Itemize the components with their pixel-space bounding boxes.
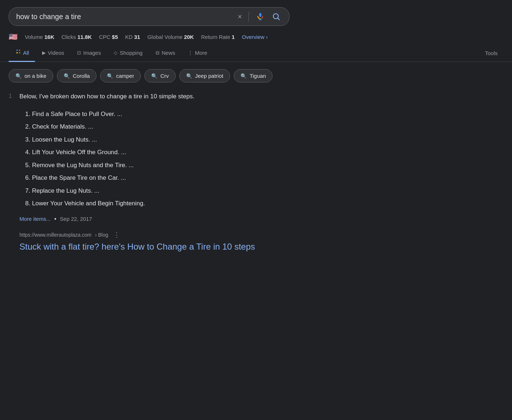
tab-videos[interactable]: ▶ Videos <box>36 45 70 61</box>
tab-all[interactable]: All <box>9 45 35 62</box>
tab-videos-label: Videos <box>48 50 64 56</box>
all-tab-icon <box>14 49 21 57</box>
chip-jeep[interactable]: 🔍 Jeep patriot <box>179 69 230 82</box>
svg-line-2 <box>278 18 280 20</box>
list-item: 2. Check for Materials. ... <box>25 120 315 133</box>
related-searches: 🔍 on a bike 🔍 Corolla 🔍 camper 🔍 Crv 🔍 J… <box>0 62 512 88</box>
return-rate-stat: Return Rate 1 <box>201 34 234 40</box>
chip-jeep-label: Jeep patriot <box>195 73 223 79</box>
result-container: 1 Below, I've broken down how to change … <box>17 92 315 252</box>
chip-search-icon: 🔍 <box>15 73 22 79</box>
more-items-link[interactable]: More items... <box>19 216 51 222</box>
tab-news[interactable]: ⊟ News <box>150 45 181 61</box>
result-breadcrumb: › Blog <box>95 232 108 238</box>
result-body: Below, I've broken down how to change a … <box>19 92 315 252</box>
country-flag: 🇺🇸 <box>9 32 18 41</box>
chip-corolla[interactable]: 🔍 Corolla <box>57 69 97 82</box>
tab-shopping-label: Shopping <box>120 50 142 56</box>
result-date: Sep 22, 2017 <box>60 216 92 222</box>
clear-icon[interactable]: × <box>238 13 242 21</box>
result-title[interactable]: Stuck with a flat tire? here's How to Ch… <box>19 242 255 251</box>
mic-icon[interactable] <box>255 12 265 22</box>
svg-point-3 <box>17 50 18 51</box>
main-content: 1 Below, I've broken down how to change … <box>0 88 324 261</box>
search-bar-icons: × <box>238 11 282 22</box>
steps-list: 1. Find a Safe Place to Pull Over. ... 2… <box>25 108 315 210</box>
images-tab-icon: ⊡ <box>77 50 81 55</box>
tab-images[interactable]: ⊡ Images <box>71 45 107 61</box>
overview-link[interactable]: Overview › <box>242 34 268 40</box>
nav-tabs: All ▶ Videos ⊡ Images ◇ Shopping ⊟ News … <box>0 45 512 62</box>
list-item: 6. Place the Spare Tire on the Car. ... <box>25 171 315 184</box>
list-item: 1. Find a Safe Place to Pull Over. ... <box>25 108 315 121</box>
chip-tiguan[interactable]: 🔍 Tiguan <box>234 69 273 82</box>
search-input[interactable] <box>16 13 238 21</box>
chip-crv-label: Crv <box>160 73 169 79</box>
chip-bike[interactable]: 🔍 on a bike <box>9 69 53 82</box>
tab-more[interactable]: ⋮ More <box>182 45 213 61</box>
snippet-intro: Below, I've broken down how to change a … <box>19 92 315 101</box>
chip-camper-label: camper <box>116 73 134 79</box>
result-menu-icon[interactable]: ⋮ <box>113 231 120 239</box>
kd-stat: KD 31 <box>125 34 140 40</box>
chip-corolla-label: Corolla <box>73 73 90 79</box>
cpc-stat: CPC $5 <box>99 34 118 40</box>
chip-crv[interactable]: 🔍 Crv <box>144 69 175 82</box>
chip-search-icon: 🔍 <box>241 73 247 79</box>
chip-search-icon: 🔍 <box>186 73 192 79</box>
chip-bike-label: on a bike <box>24 73 46 79</box>
tab-shopping[interactable]: ◇ Shopping <box>108 45 148 61</box>
result-source: https://www.millerautoplaza.com › Blog ⋮ <box>19 231 315 239</box>
videos-tab-icon: ▶ <box>42 50 46 55</box>
svg-rect-0 <box>259 13 261 17</box>
stats-bar: 🇺🇸 Volume 16K Clicks 11.8K CPC $5 KD 31 … <box>0 30 512 45</box>
search-submit-icon[interactable] <box>270 11 282 22</box>
more-items-row: More items... • Sep 22, 2017 <box>19 216 315 222</box>
list-item: 4. Lift Your Vehicle Off the Ground. ... <box>25 146 315 159</box>
tools-tab[interactable]: Tools <box>479 46 503 61</box>
tab-images-label: Images <box>83 50 101 56</box>
clicks-stat: Clicks 11.8K <box>62 34 92 40</box>
more-items-bullet: • <box>54 216 57 222</box>
chip-camper[interactable]: 🔍 camper <box>100 69 141 82</box>
chip-search-icon: 🔍 <box>107 73 113 79</box>
volume-stat: Volume 16K <box>25 34 54 40</box>
list-item: 5. Remove the Lug Nuts and the Tire. ... <box>25 159 315 172</box>
tab-all-label: All <box>23 50 29 56</box>
global-volume-stat: Global Volume 20K <box>147 34 194 40</box>
list-item: 3. Loosen the Lug Nuts. ... <box>25 133 315 146</box>
tab-more-label: More <box>195 50 207 56</box>
more-tab-icon: ⋮ <box>188 50 193 55</box>
result-number: 1 <box>9 92 19 100</box>
svg-point-5 <box>17 52 18 54</box>
chip-tiguan-label: Tiguan <box>250 73 266 79</box>
tab-news-label: News <box>162 50 175 56</box>
svg-point-4 <box>19 50 21 51</box>
search-divider <box>248 12 249 22</box>
shopping-tab-icon: ◇ <box>114 50 117 55</box>
news-tab-icon: ⊟ <box>156 50 160 55</box>
svg-point-6 <box>19 52 21 54</box>
chip-search-icon: 🔍 <box>64 73 70 79</box>
list-item: 7. Replace the Lug Nuts. ... <box>25 184 315 197</box>
chip-search-icon: 🔍 <box>151 73 157 79</box>
list-item: 8. Lower Your Vehicle and Begin Tighteni… <box>25 197 315 210</box>
search-bar: × <box>9 7 289 26</box>
result-url: https://www.millerautoplaza.com <box>19 232 91 238</box>
search-bar-container: × <box>0 0 512 30</box>
